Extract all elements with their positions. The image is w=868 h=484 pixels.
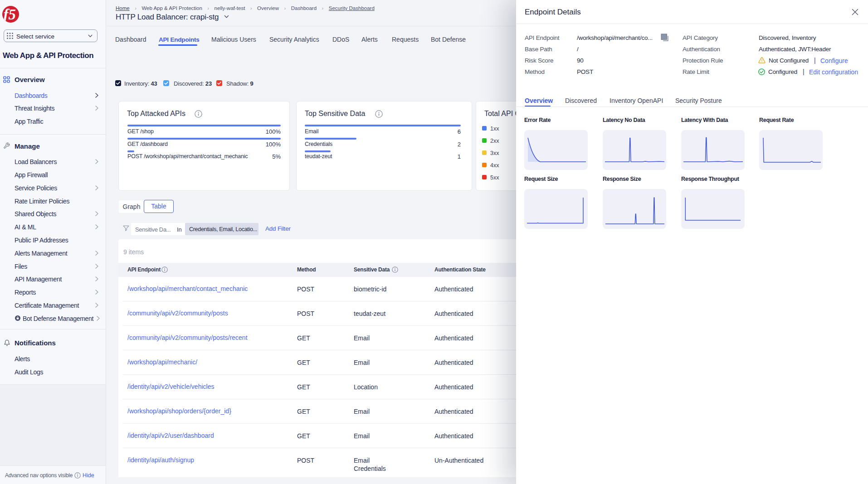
svg-text:f5: f5 bbox=[4, 6, 16, 23]
